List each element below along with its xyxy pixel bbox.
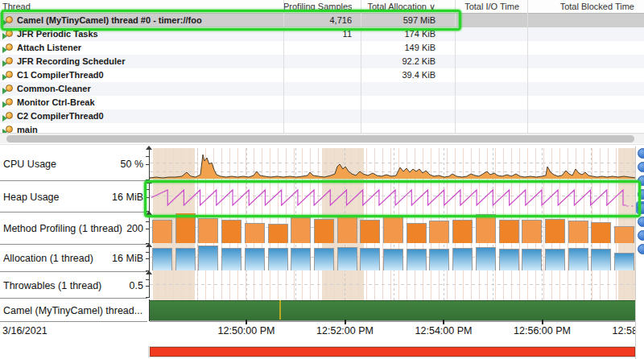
method-profiling-bar — [175, 213, 196, 243]
table-row[interactable]: Common-Cleaner — [0, 82, 644, 96]
track-label-row-5[interactable]: Throwables (1 thread)0.5 — [0, 273, 147, 298]
table-row[interactable]: main — [0, 123, 644, 133]
table-body: Camel (MyTinyCamel) thread #0 - timer://… — [0, 14, 644, 133]
graph-button-icon[interactable] — [638, 148, 644, 159]
threads-table: ThreadProfiling SamplesTotal Allocation … — [0, 0, 644, 143]
date-label: 3/16/2021 — [2, 325, 47, 336]
allocation-bar — [545, 249, 565, 270]
table-scrollbar-thumb[interactable] — [6, 135, 634, 142]
method-profiling-bar — [198, 218, 218, 243]
track-scale-value: 200 — [126, 223, 143, 234]
cell-blocked_time — [527, 68, 634, 82]
table-row[interactable]: Camel (MyTinyCamel) thread #0 - timer://… — [0, 14, 644, 27]
thread-name-cell: Common-Cleaner — [0, 82, 286, 96]
table-row[interactable]: C2 CompilerThread0 — [0, 109, 644, 123]
label-divider — [0, 244, 147, 245]
label-divider — [0, 212, 147, 213]
allocation-bar — [314, 248, 334, 270]
method-profiling-bar — [360, 220, 380, 243]
cell-allocation — [361, 96, 436, 109]
graph-button-icon[interactable] — [638, 217, 644, 227]
thread-name-cell: JFR Periodic Tasks — [0, 27, 286, 41]
track-label-row-6[interactable]: Camel (MyTinyCamel) thread... — [0, 299, 147, 321]
allocation-bar — [383, 249, 403, 270]
method-profiling-bar — [337, 217, 357, 243]
table-row[interactable]: Monitor Ctrl-Break — [0, 96, 644, 109]
track-label-row-2[interactable]: Heap Usage16 MiB — [0, 182, 147, 212]
label-divider — [0, 298, 147, 299]
track-label: Throwables (1 thread) — [0, 280, 101, 291]
axis-tick — [146, 297, 150, 298]
cell-blocked_time — [527, 27, 634, 41]
timeline-scrollbar[interactable] — [148, 346, 641, 357]
method-profiling-bar — [614, 226, 634, 243]
thread-state-track[interactable] — [150, 299, 636, 323]
table-row[interactable]: C1 CompilerThread039.4 KiB — [0, 68, 644, 82]
thread-icon — [2, 57, 14, 67]
timeline-panel: CPU Usage50 %Heap Usage16 MiBMethod Prof… — [0, 144, 644, 359]
allocation-bar — [591, 249, 611, 270]
cell-samples — [283, 82, 352, 96]
track-label: Camel (MyTinyCamel) thread... — [0, 305, 142, 316]
cell-blocked_time — [527, 123, 634, 133]
cell-io_time — [455, 82, 519, 96]
column-separator — [527, 0, 528, 133]
track-label-row-1[interactable]: CPU Usage50 % — [0, 148, 147, 180]
table-horizontal-scrollbar[interactable] — [0, 133, 644, 143]
method-profiling-bar — [452, 220, 473, 243]
allocation-bar — [499, 249, 519, 270]
graph-button-icon[interactable] — [638, 244, 644, 254]
table-row[interactable]: JFR Periodic Tasks11174 KiB — [0, 27, 644, 41]
timeline-scrollbar-thumb[interactable] — [150, 347, 635, 357]
method-profiling-bar — [383, 216, 403, 243]
allocation-track[interactable] — [150, 246, 636, 271]
throwables-track[interactable] — [150, 273, 636, 298]
allocation-bar — [360, 248, 380, 270]
graph-button-icon[interactable] — [638, 162, 644, 172]
axis-arrow-icon — [146, 270, 152, 274]
thread-name-label: C2 CompilerThread0 — [17, 109, 104, 123]
method-profiling-bar — [429, 221, 449, 243]
column-header-total-i-o-time[interactable]: Total I/O Time — [455, 0, 519, 13]
column-header-total-blocked-time[interactable]: Total Blocked Time — [527, 0, 634, 13]
axis-tick — [146, 279, 150, 280]
cell-io_time — [455, 27, 519, 41]
graph-button-icon[interactable] — [638, 203, 644, 213]
method-profiling-bar — [476, 214, 496, 243]
cell-io_time — [455, 68, 519, 82]
table-row[interactable]: Attach Listener149 KiB — [0, 41, 644, 55]
thread-icon — [2, 30, 14, 39]
thread-icon — [2, 85, 14, 94]
graph-button-icon[interactable] — [638, 230, 644, 241]
track-label-row-3[interactable]: Method Profiling (1 thread)200 — [0, 213, 147, 244]
allocation-bar — [221, 248, 242, 270]
axis-tick — [146, 221, 150, 222]
column-header-total-allocation[interactable]: Total Allocation ∨ — [361, 0, 436, 13]
table-row[interactable]: JFR Recording Scheduler92.2 KiB — [0, 55, 644, 68]
column-separator — [283, 0, 284, 133]
cpu-usage-track[interactable] — [150, 148, 636, 180]
column-header-profiling-samples[interactable]: Profiling Samples — [283, 0, 352, 13]
time-axis-tick — [345, 320, 346, 324]
allocation-bar — [614, 253, 634, 270]
allocation-bar — [476, 247, 496, 270]
cell-blocked_time — [527, 55, 634, 68]
thread-name-label: JFR Periodic Tasks — [17, 27, 98, 41]
thread-icon — [2, 43, 14, 53]
cell-allocation: 174 KiB — [361, 27, 436, 41]
thread-name-label: JFR Recording Scheduler — [17, 55, 125, 68]
cell-allocation — [361, 109, 436, 123]
axis-tick — [146, 229, 150, 229]
method-profiling-track[interactable] — [150, 213, 636, 244]
graph-button-icon[interactable] — [638, 189, 644, 200]
heap-usage-track[interactable] — [150, 182, 636, 212]
track-label-row-4[interactable]: Allocation (1 thread)16 MiB — [0, 246, 147, 271]
column-separator — [455, 0, 456, 133]
cell-allocation — [361, 82, 436, 96]
thread-name-cell: main — [0, 123, 286, 133]
graph-button-icon[interactable] — [638, 175, 644, 186]
axis-tick — [146, 197, 150, 198]
cell-allocation: 92.2 KiB — [361, 55, 436, 68]
column-header-thread[interactable]: Thread — [2, 0, 283, 13]
cell-samples: 4,716 — [283, 14, 352, 27]
